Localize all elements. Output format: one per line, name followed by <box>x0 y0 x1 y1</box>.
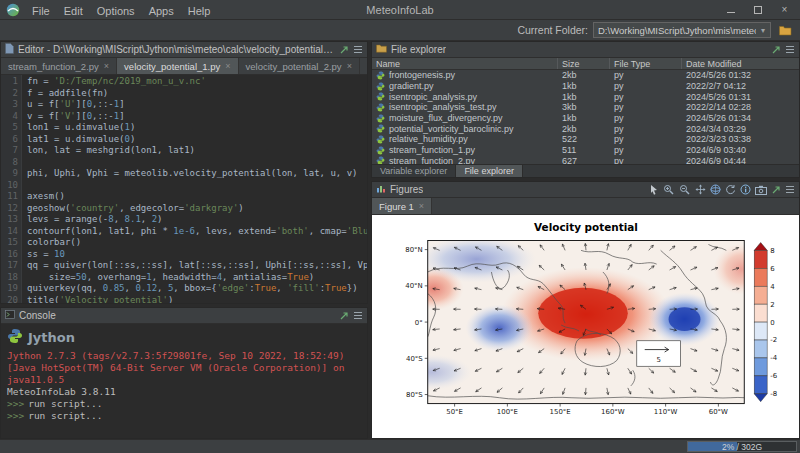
y-tick-label: 80°N <box>405 246 423 254</box>
figure-canvas[interactable]: 5 50°E100°E150°E160°W110°W60°W80°N40°N0°… <box>372 215 799 438</box>
editor-tab[interactable]: stream_function_2.py× <box>1 58 117 74</box>
line-number: 5 <box>1 122 18 134</box>
full-extent-globe-icon[interactable] <box>710 184 721 195</box>
map-layers <box>392 236 769 404</box>
chart-icon <box>376 184 386 195</box>
line-number: 9 <box>1 168 18 180</box>
float-panel-icon[interactable] <box>339 45 349 55</box>
panel-menu-icon[interactable] <box>353 45 363 54</box>
code-area[interactable]: fn = 'D:/Temp/nc/2019_mon_u_v.nc'f = add… <box>22 75 367 303</box>
line-number: 17 <box>1 260 18 272</box>
select-arrow-icon[interactable] <box>648 184 659 195</box>
figures-panel: Figures Figure 1 × <box>371 181 800 439</box>
menu-item-file[interactable]: File <box>25 3 57 19</box>
file-type: py <box>610 124 682 134</box>
pan-icon[interactable] <box>695 184 706 195</box>
tab-label: velocity_potential_1.py <box>124 61 220 72</box>
table-row[interactable]: relative_humidity.py522py2022/3/23 03:38 <box>372 134 799 145</box>
file-size: 2kb <box>558 124 610 134</box>
colorbar-label: -8 <box>770 390 777 398</box>
panel-menu-icon[interactable] <box>353 311 363 320</box>
editor-tab[interactable]: velocity_potential_1.py× <box>117 58 238 74</box>
zoom-in-icon[interactable] <box>663 184 675 195</box>
float-panel-icon[interactable] <box>771 185 781 195</box>
line-number: 6 <box>1 134 18 146</box>
save-image-camera-icon[interactable] <box>755 185 767 195</box>
file-name: potential_vorticity_baroclinic.py <box>372 124 558 134</box>
menu-item-apps[interactable]: Apps <box>142 3 181 19</box>
chevron-down-icon[interactable]: ▾ <box>756 26 770 35</box>
table-row[interactable]: gradient.py1kbpy2022/2/7 04:12 <box>372 81 799 92</box>
table-row[interactable]: isentropic_analysis_test.py3kbpy2022/2/1… <box>372 102 799 113</box>
code-editor[interactable]: 1234567891011121314151617181920 fn = 'D:… <box>1 75 367 303</box>
float-panel-icon[interactable] <box>771 45 781 55</box>
file-explorer-title: File explorer <box>391 44 446 55</box>
console-panel: Console Jython Jython 2.7.3 (tags/v2.7.3… <box>0 307 368 439</box>
open-folder-button[interactable] <box>776 22 794 39</box>
file-name: isentropic_analysis.py <box>372 92 558 102</box>
editor-panel: Editor - D:\Working\MIScript\Jython\mis\… <box>0 41 368 304</box>
table-row[interactable]: stream_function_2.py627py2024/6/9 04:44 <box>372 156 799 165</box>
float-panel-icon[interactable] <box>339 311 349 321</box>
file-name: isentropic_analysis_test.py <box>372 102 558 112</box>
editor-title: Editor - D:\Working\MIScript\Jython\mis\… <box>18 44 335 55</box>
maximize-icon[interactable] <box>744 0 771 20</box>
table-row[interactable]: isentropic_analysis.py1kbpy2024/5/26 01:… <box>372 91 799 102</box>
line-number: 1 <box>1 76 18 88</box>
console-line: >>>run script... <box>7 410 361 422</box>
code-line: contourf(lon1, lat1, phi * 1e-6, levs, e… <box>27 226 367 238</box>
panel-menu-icon[interactable] <box>785 45 795 54</box>
table-row[interactable]: frontogenesis.py2kbpy2024/5/26 01:32 <box>372 70 799 81</box>
menu-item-edit[interactable]: Edit <box>57 3 90 19</box>
file-date: 2024/5/26 01:34 <box>682 113 799 123</box>
figures-header: Figures <box>372 182 799 198</box>
python-file-icon <box>376 103 385 112</box>
colorbar-label: 6 <box>770 265 774 273</box>
line-number: 15 <box>1 237 18 249</box>
line-number: 8 <box>1 157 18 169</box>
y-tick-label: 0° <box>415 319 423 327</box>
close-icon[interactable]: × <box>771 0 798 20</box>
jython-logo: Jython <box>7 328 361 347</box>
jython-icon <box>7 328 23 347</box>
menu-item-help[interactable]: Help <box>181 3 218 19</box>
column-header[interactable]: Name <box>372 58 558 69</box>
zoom-out-icon[interactable] <box>679 184 691 195</box>
close-icon[interactable]: × <box>419 201 424 211</box>
code-line: f = addfile(fn) <box>27 88 367 100</box>
table-row[interactable]: potential_vorticity_baroclinic.py2kbpy20… <box>372 123 799 134</box>
editor-tab-bar: stream_function_2.py×velocity_potential_… <box>1 58 367 75</box>
console-text: run script... <box>28 398 102 409</box>
menu-item-options[interactable]: Options <box>90 3 142 19</box>
close-icon[interactable]: × <box>225 61 230 71</box>
code-line: title('Velocity potential') <box>27 295 367 304</box>
column-header[interactable]: Size <box>558 58 610 69</box>
close-icon[interactable]: × <box>347 61 352 71</box>
colorbar-band <box>754 304 767 322</box>
console-lines: Jython 2.7.3 (tags/v2.7.3:5f29801fe, Sep… <box>7 350 361 422</box>
figure-tab[interactable]: Figure 1 × <box>372 198 432 214</box>
column-header[interactable]: Date Modified <box>682 58 799 69</box>
console-line: >>>run script... <box>7 398 361 410</box>
column-header[interactable]: File Type <box>610 58 682 69</box>
menu-bar: FileEditOptionsAppsHelp MeteoInfoLab × <box>0 0 800 20</box>
console-line: Jython 2.7.3 (tags/v2.7.3:5f29801fe, Sep… <box>7 350 361 362</box>
table-row[interactable]: stream_function_1.py511py2024/6/9 03:40 <box>372 145 799 156</box>
file-date: 2024/5/26 01:32 <box>682 70 799 80</box>
panel-tab-variable-explorer[interactable]: Variable explorer <box>372 165 456 177</box>
code-line: colorbar() <box>27 237 367 249</box>
rotate-icon[interactable] <box>725 184 736 195</box>
console-output[interactable]: Jython Jython 2.7.3 (tags/v2.7.3:5f29801… <box>1 324 367 438</box>
code-line: v = f['V'][0,::-1] <box>27 111 367 123</box>
close-icon[interactable]: × <box>104 61 109 71</box>
code-line: levs = arange(-8, 8.1, 2) <box>27 214 367 226</box>
editor-tab[interactable]: velocity_potential_2.py× <box>239 58 360 74</box>
code-line <box>27 180 367 192</box>
table-row[interactable]: moisture_flux_divergency.py1kbpy2024/5/2… <box>372 113 799 124</box>
line-number: 19 <box>1 283 18 295</box>
panel-tab-file-explorer[interactable]: File explorer <box>456 165 523 177</box>
panel-menu-icon[interactable] <box>785 185 795 194</box>
current-folder-combobox[interactable]: D:\Working\MIScript\Jython\mis\meteo\cal… <box>593 22 771 38</box>
minimize-icon[interactable] <box>717 0 744 20</box>
identify-info-icon[interactable] <box>740 184 751 195</box>
